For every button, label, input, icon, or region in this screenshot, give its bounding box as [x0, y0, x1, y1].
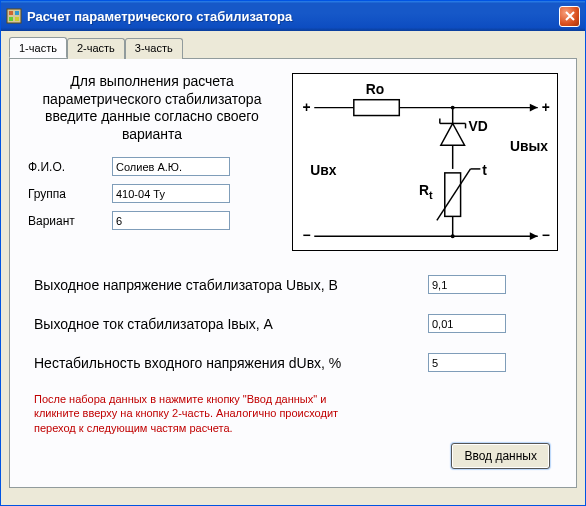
svg-text:+: + [302, 99, 310, 115]
iout-input[interactable] [428, 314, 506, 333]
svg-marker-20 [530, 104, 538, 112]
app-icon [6, 8, 22, 24]
svg-text:Uвых: Uвых [510, 138, 548, 154]
uout-input[interactable] [428, 275, 506, 294]
duin-label: Нестабильность входного напряжения dUвх,… [28, 355, 428, 371]
svg-point-33 [451, 234, 455, 238]
tab-panel: Для выполнения расчета параметрического … [9, 58, 577, 488]
svg-text:Rt: Rt [419, 182, 433, 201]
svg-rect-6 [354, 100, 399, 116]
tab-part2[interactable]: 2-часть [67, 38, 125, 59]
svg-marker-21 [530, 232, 538, 240]
svg-rect-3 [9, 17, 13, 21]
fio-label: Ф.И.О. [28, 160, 112, 174]
svg-rect-1 [9, 11, 13, 15]
hint-text: После набора данных в нажмите кнопку "Вв… [28, 392, 358, 435]
titlebar: Расчет параметрического стабилизатора [1, 1, 585, 31]
duin-input[interactable] [428, 353, 506, 372]
svg-point-32 [451, 106, 455, 110]
parameters-block: Выходное напряжение стабилизатора Uвых, … [28, 275, 558, 372]
svg-text:+: + [542, 99, 550, 115]
tab-part3[interactable]: 3-часть [125, 38, 183, 59]
uout-label: Выходное напряжение стабилизатора Uвых, … [28, 277, 428, 293]
variant-input[interactable] [112, 211, 230, 230]
fio-input[interactable] [112, 157, 230, 176]
svg-rect-4 [15, 17, 19, 21]
svg-text:Ro: Ro [366, 81, 384, 97]
iout-label: Выходное ток стабилизатора Iвых, А [28, 316, 428, 332]
svg-text:Uвх: Uвх [310, 162, 336, 178]
svg-rect-2 [15, 11, 19, 15]
tabstrip: 1-часть 2-часть 3-часть [9, 37, 577, 58]
window-title: Расчет параметрического стабилизатора [27, 9, 559, 24]
tab-part1[interactable]: 1-часть [9, 37, 67, 58]
variant-label: Вариант [28, 214, 112, 228]
group-label: Группа [28, 187, 112, 201]
svg-text:VD: VD [469, 118, 488, 134]
svg-marker-12 [441, 123, 465, 145]
app-window: Расчет параметрического стабилизатора 1-… [0, 0, 586, 506]
instruction-text: Для выполнения расчета параметрического … [28, 73, 276, 143]
submit-button[interactable]: Ввод данных [451, 443, 550, 469]
client-area: 1-часть 2-часть 3-часть Для выполнения р… [1, 31, 585, 496]
close-button[interactable] [559, 6, 580, 27]
svg-line-17 [437, 169, 471, 220]
svg-text:−: − [542, 227, 550, 243]
svg-text:−: − [302, 227, 310, 243]
svg-rect-15 [445, 173, 461, 217]
group-input[interactable] [112, 184, 230, 203]
circuit-schematic: + − + − Ro VD Uвх Uвых Rt t [292, 73, 558, 251]
svg-text:t: t [482, 162, 487, 178]
